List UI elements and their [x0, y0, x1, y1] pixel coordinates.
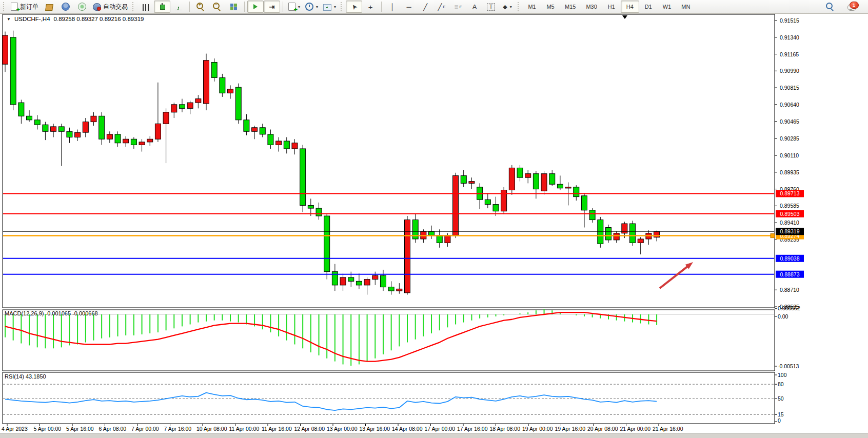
text-tool-button[interactable]: A — [466, 1, 483, 13]
timeframe-m15-button[interactable]: M15 — [560, 1, 581, 13]
candle-down — [268, 134, 273, 145]
timeframe-m5-button[interactable]: M5 — [541, 1, 560, 13]
auto-trading-button[interactable]: 自动交易 — [90, 1, 130, 13]
candle-up — [163, 112, 169, 124]
label-tool-button[interactable]: T — [483, 1, 499, 13]
tile-windows-button[interactable] — [225, 1, 242, 13]
candle-up — [614, 233, 619, 240]
templates-button[interactable]: ▾ — [321, 1, 339, 13]
price-axis-label: 0.89410 — [780, 220, 799, 226]
toolbar-grip — [518, 2, 521, 11]
time-axis-label: 21 Apr 00:00 — [620, 426, 651, 432]
candle-up — [204, 61, 209, 104]
vertical-line-tool-button[interactable]: │ — [384, 1, 401, 13]
candle-down — [388, 287, 394, 291]
timeframe-m30-button[interactable]: M30 — [581, 1, 602, 13]
price-axis-label: 0.91165 — [780, 51, 799, 57]
fibonacci-tool-button[interactable]: ≡F — [450, 1, 466, 13]
candle-up — [453, 175, 459, 235]
horizontal-line-tool-button[interactable]: ─ — [401, 1, 417, 13]
main-chart-panel[interactable] — [3, 14, 775, 308]
time-axis-label: 19 Apr 16:00 — [555, 426, 586, 432]
channel-tool-button[interactable]: ╱E — [433, 1, 450, 13]
search-button[interactable] — [822, 1, 838, 13]
price-axis-label: 0.91340 — [780, 34, 799, 41]
zoom-out-button[interactable]: − — [209, 1, 225, 13]
channel-icon: ╱ — [438, 4, 442, 10]
candle-up — [541, 174, 547, 191]
candle-down — [99, 116, 105, 139]
profile-button[interactable] — [57, 1, 74, 13]
candle-up — [397, 289, 402, 291]
cursor-tool-button[interactable]: ➤ — [346, 1, 362, 13]
chart-dropdown-icon[interactable]: ▼ — [7, 17, 11, 22]
price-axis-label: 0.91515 — [780, 17, 799, 24]
new-order-label: 新订单 — [20, 3, 38, 11]
bar-chart-icon — [143, 4, 149, 11]
price-axis-label: 0.88710 — [780, 287, 799, 293]
toolbar-grip — [132, 2, 135, 11]
macd-axis-label: -0.00513 — [778, 363, 799, 369]
time-axis-label: 5 Apr 00:00 — [34, 426, 62, 432]
ohlc-readout: 0.89258 0.89327 0.89216 0.89319 — [54, 16, 144, 22]
indicators-button[interactable]: ▾ — [286, 1, 303, 13]
candle-down — [606, 228, 611, 240]
trendline-tool-button[interactable]: ╱ — [417, 1, 433, 13]
signals-button[interactable] — [74, 1, 90, 13]
time-axis-label: 10 Apr 08:00 — [196, 426, 227, 432]
candle-down — [58, 127, 64, 131]
candle-up — [3, 35, 8, 64]
timeframe-h4-button[interactable]: H4 — [621, 1, 639, 13]
time-axis-label: 7 Apr 16:00 — [164, 426, 192, 432]
timeframe-h1-button[interactable]: H1 — [602, 1, 621, 13]
macd-panel[interactable] — [3, 310, 775, 371]
resistance-tag-label: 0.89503 — [780, 211, 800, 217]
candle-down — [308, 205, 313, 208]
candlestick-icon — [159, 3, 166, 10]
bar-chart-button[interactable] — [137, 1, 154, 13]
vertical-line-icon: │ — [390, 4, 394, 10]
timeframe-mn-button[interactable]: MN — [676, 1, 695, 13]
candle-up — [83, 122, 88, 133]
crosshair-tool-button[interactable]: + — [362, 1, 379, 13]
periods-button[interactable]: ▾ — [303, 1, 321, 13]
time-axis-label: 17 Apr 00:00 — [425, 426, 456, 432]
candle-up — [155, 124, 161, 139]
price-axis-label: 0.90815 — [780, 85, 799, 91]
channel-sub-label: E — [443, 5, 445, 9]
candle-down — [380, 275, 386, 287]
candle-down — [549, 174, 555, 185]
notifications-button[interactable]: 1 — [843, 1, 860, 13]
auto-scroll-icon — [253, 4, 258, 9]
search-icon — [826, 3, 833, 9]
candle-chart-button[interactable] — [154, 1, 170, 13]
line-chart-button[interactable] — [170, 1, 187, 13]
styler-button[interactable] — [41, 1, 57, 13]
timeframe-label: D1 — [642, 4, 655, 10]
support-tag-label: 0.89038 — [780, 255, 800, 262]
chart-canvas[interactable]: 0.915150.913400.911650.909900.908150.906… — [0, 0, 868, 438]
main-toolbar: 新订单 自动交易 + − ⇥ ▾ ▾ ▾ ➤ + │ ─ ╱ ╱E ≡F A T… — [0, 0, 868, 14]
zoom-in-button[interactable]: + — [192, 1, 209, 13]
price-axis-label: 0.90640 — [780, 102, 799, 108]
shapes-tool-button[interactable]: ◆▾ — [499, 1, 516, 13]
candle-down — [27, 116, 32, 120]
time-axis-label: 13 Apr 16:00 — [360, 426, 390, 432]
orange-line-anchor[interactable] — [771, 234, 775, 238]
fibonacci-sub-label: F — [459, 5, 462, 9]
new-order-button[interactable]: 新订单 — [8, 1, 41, 13]
candle-down — [18, 103, 24, 116]
timeframe-label: M30 — [583, 4, 599, 10]
candle-down — [574, 187, 579, 197]
chart-shift-button[interactable]: ⇥ — [264, 1, 280, 13]
timeframe-d1-button[interactable]: D1 — [639, 1, 658, 13]
auto-scroll-button[interactable] — [247, 1, 264, 13]
timeframe-m1-button[interactable]: M1 — [523, 1, 541, 13]
candle-down — [244, 120, 249, 131]
timeframe-label: W1 — [660, 4, 674, 10]
candle-down — [493, 205, 499, 211]
timeframe-w1-button[interactable]: W1 — [658, 1, 677, 13]
time-axis-label: 19 Apr 00:00 — [522, 426, 553, 432]
candle-down — [598, 220, 603, 244]
separator — [381, 2, 382, 12]
